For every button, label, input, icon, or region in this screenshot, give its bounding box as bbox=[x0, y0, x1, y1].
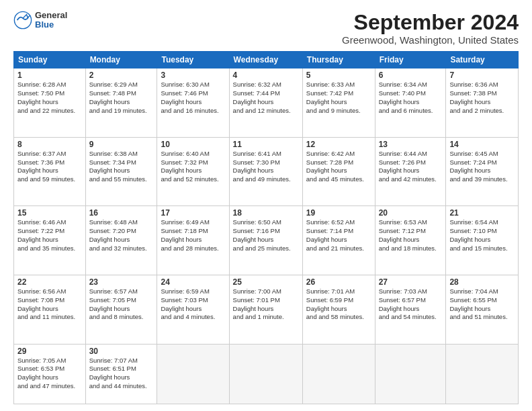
table-row: 4Sunrise: 6:32 AMSunset: 7:44 PMDaylight… bbox=[229, 68, 302, 138]
day-info: Sunrise: 6:34 AMSunset: 7:40 PMDaylight … bbox=[379, 81, 443, 115]
col-thursday: Thursday bbox=[302, 52, 375, 68]
day-info: Sunrise: 7:05 AMSunset: 6:53 PMDaylight … bbox=[17, 357, 82, 391]
table-row bbox=[375, 344, 446, 404]
day-info: Sunrise: 6:40 AMSunset: 7:32 PMDaylight … bbox=[161, 150, 225, 184]
day-number: 12 bbox=[306, 140, 371, 149]
day-number: 24 bbox=[161, 277, 225, 287]
logo-text: General Blue bbox=[35, 11, 67, 30]
logo-blue: Blue bbox=[35, 20, 67, 30]
title-block: September 2024 Greenwood, Washington, Un… bbox=[342, 11, 519, 46]
day-info: Sunrise: 7:01 AMSunset: 6:59 PMDaylight … bbox=[306, 287, 371, 322]
day-number: 3 bbox=[161, 71, 225, 80]
table-row: 15Sunrise: 6:46 AMSunset: 7:22 PMDayligh… bbox=[14, 206, 86, 275]
table-row: 2Sunrise: 6:29 AMSunset: 7:48 PMDaylight… bbox=[85, 68, 157, 138]
day-info: Sunrise: 6:42 AMSunset: 7:28 PMDaylight … bbox=[306, 150, 371, 184]
day-info: Sunrise: 6:29 AMSunset: 7:48 PMDaylight … bbox=[89, 81, 154, 115]
day-number: 15 bbox=[17, 208, 82, 218]
day-info: Sunrise: 6:38 AMSunset: 7:34 PMDaylight … bbox=[89, 150, 154, 184]
day-info: Sunrise: 7:03 AMSunset: 6:57 PMDaylight … bbox=[379, 287, 443, 322]
table-row: 29Sunrise: 7:05 AMSunset: 6:53 PMDayligh… bbox=[14, 344, 86, 404]
day-number: 16 bbox=[89, 208, 154, 218]
table-row: 7Sunrise: 6:36 AMSunset: 7:38 PMDaylight… bbox=[446, 68, 519, 138]
table-row: 12Sunrise: 6:42 AMSunset: 7:28 PMDayligh… bbox=[302, 137, 375, 206]
page-subtitle: Greenwood, Washington, United States bbox=[342, 34, 519, 46]
day-info: Sunrise: 6:57 AMSunset: 7:05 PMDaylight … bbox=[89, 287, 154, 322]
day-info: Sunrise: 6:50 AMSunset: 7:16 PMDaylight … bbox=[233, 218, 299, 253]
day-number: 28 bbox=[449, 277, 515, 287]
table-row: 10Sunrise: 6:40 AMSunset: 7:32 PMDayligh… bbox=[157, 137, 229, 206]
day-info: Sunrise: 7:07 AMSunset: 6:51 PMDaylight … bbox=[89, 357, 154, 391]
day-number: 10 bbox=[161, 140, 225, 149]
day-number: 30 bbox=[89, 347, 154, 356]
col-sunday: Sunday bbox=[14, 52, 86, 68]
day-number: 14 bbox=[449, 140, 515, 149]
day-number: 1 bbox=[17, 71, 82, 80]
day-info: Sunrise: 6:36 AMSunset: 7:38 PMDaylight … bbox=[449, 81, 515, 115]
header: General Blue September 2024 Greenwood, W… bbox=[13, 11, 519, 46]
day-info: Sunrise: 6:44 AMSunset: 7:26 PMDaylight … bbox=[379, 150, 443, 184]
table-row: 18Sunrise: 6:50 AMSunset: 7:16 PMDayligh… bbox=[229, 206, 302, 275]
table-row: 17Sunrise: 6:49 AMSunset: 7:18 PMDayligh… bbox=[157, 206, 229, 275]
table-row bbox=[446, 344, 519, 404]
table-row: 1Sunrise: 6:28 AMSunset: 7:50 PMDaylight… bbox=[14, 68, 86, 138]
day-number: 7 bbox=[449, 71, 515, 80]
day-number: 21 bbox=[449, 208, 515, 218]
table-row: 25Sunrise: 7:00 AMSunset: 7:01 PMDayligh… bbox=[229, 275, 302, 344]
table-row: 8Sunrise: 6:37 AMSunset: 7:36 PMDaylight… bbox=[14, 137, 86, 206]
day-info: Sunrise: 6:56 AMSunset: 7:08 PMDaylight … bbox=[17, 287, 82, 322]
day-number: 27 bbox=[379, 277, 443, 287]
table-row: 30Sunrise: 7:07 AMSunset: 6:51 PMDayligh… bbox=[85, 344, 157, 404]
day-info: Sunrise: 6:45 AMSunset: 7:24 PMDaylight … bbox=[449, 150, 515, 184]
day-info: Sunrise: 6:53 AMSunset: 7:12 PMDaylight … bbox=[379, 218, 443, 253]
table-row: 6Sunrise: 6:34 AMSunset: 7:40 PMDaylight… bbox=[375, 68, 446, 138]
table-row: 26Sunrise: 7:01 AMSunset: 6:59 PMDayligh… bbox=[302, 275, 375, 344]
day-number: 4 bbox=[233, 71, 299, 80]
day-info: Sunrise: 6:59 AMSunset: 7:03 PMDaylight … bbox=[161, 287, 225, 322]
calendar-header-row: Sunday Monday Tuesday Wednesday Thursday… bbox=[14, 52, 519, 68]
calendar-week-row: 22Sunrise: 6:56 AMSunset: 7:08 PMDayligh… bbox=[14, 275, 519, 344]
day-number: 11 bbox=[233, 140, 299, 149]
day-info: Sunrise: 6:33 AMSunset: 7:42 PMDaylight … bbox=[306, 81, 371, 115]
day-info: Sunrise: 6:37 AMSunset: 7:36 PMDaylight … bbox=[17, 150, 82, 184]
svg-point-0 bbox=[14, 12, 31, 29]
day-number: 18 bbox=[233, 208, 299, 218]
col-tuesday: Tuesday bbox=[157, 52, 229, 68]
table-row: 3Sunrise: 6:30 AMSunset: 7:46 PMDaylight… bbox=[157, 68, 229, 138]
col-wednesday: Wednesday bbox=[229, 52, 302, 68]
calendar-table: Sunday Monday Tuesday Wednesday Thursday… bbox=[13, 51, 519, 404]
logo-icon bbox=[13, 11, 32, 30]
day-number: 13 bbox=[379, 140, 443, 149]
page: General Blue September 2024 Greenwood, W… bbox=[0, 0, 532, 411]
logo: General Blue bbox=[13, 11, 67, 30]
day-info: Sunrise: 6:41 AMSunset: 7:30 PMDaylight … bbox=[233, 150, 299, 184]
day-number: 19 bbox=[306, 208, 371, 218]
table-row: 21Sunrise: 6:54 AMSunset: 7:10 PMDayligh… bbox=[446, 206, 519, 275]
table-row bbox=[229, 344, 302, 404]
day-info: Sunrise: 6:52 AMSunset: 7:14 PMDaylight … bbox=[306, 218, 371, 253]
day-info: Sunrise: 6:30 AMSunset: 7:46 PMDaylight … bbox=[161, 81, 225, 115]
col-monday: Monday bbox=[85, 52, 157, 68]
day-number: 20 bbox=[379, 208, 443, 218]
day-info: Sunrise: 6:48 AMSunset: 7:20 PMDaylight … bbox=[89, 218, 154, 253]
day-info: Sunrise: 6:49 AMSunset: 7:18 PMDaylight … bbox=[161, 218, 225, 253]
day-info: Sunrise: 7:04 AMSunset: 6:55 PMDaylight … bbox=[449, 287, 515, 322]
page-title: September 2024 bbox=[342, 11, 519, 34]
table-row: 24Sunrise: 6:59 AMSunset: 7:03 PMDayligh… bbox=[157, 275, 229, 344]
day-number: 17 bbox=[161, 208, 225, 218]
logo-general: General bbox=[35, 11, 67, 20]
table-row bbox=[302, 344, 375, 404]
day-number: 9 bbox=[89, 140, 154, 149]
day-info: Sunrise: 6:32 AMSunset: 7:44 PMDaylight … bbox=[233, 81, 299, 115]
day-number: 8 bbox=[17, 140, 82, 149]
table-row: 23Sunrise: 6:57 AMSunset: 7:05 PMDayligh… bbox=[85, 275, 157, 344]
table-row: 9Sunrise: 6:38 AMSunset: 7:34 PMDaylight… bbox=[85, 137, 157, 206]
day-number: 26 bbox=[306, 277, 371, 287]
table-row: 11Sunrise: 6:41 AMSunset: 7:30 PMDayligh… bbox=[229, 137, 302, 206]
calendar-week-row: 1Sunrise: 6:28 AMSunset: 7:50 PMDaylight… bbox=[14, 68, 519, 138]
table-row bbox=[157, 344, 229, 404]
day-info: Sunrise: 6:46 AMSunset: 7:22 PMDaylight … bbox=[17, 218, 82, 253]
calendar-week-row: 8Sunrise: 6:37 AMSunset: 7:36 PMDaylight… bbox=[14, 137, 519, 206]
col-saturday: Saturday bbox=[446, 52, 519, 68]
calendar-week-row: 29Sunrise: 7:05 AMSunset: 6:53 PMDayligh… bbox=[14, 344, 519, 404]
day-number: 25 bbox=[233, 277, 299, 287]
